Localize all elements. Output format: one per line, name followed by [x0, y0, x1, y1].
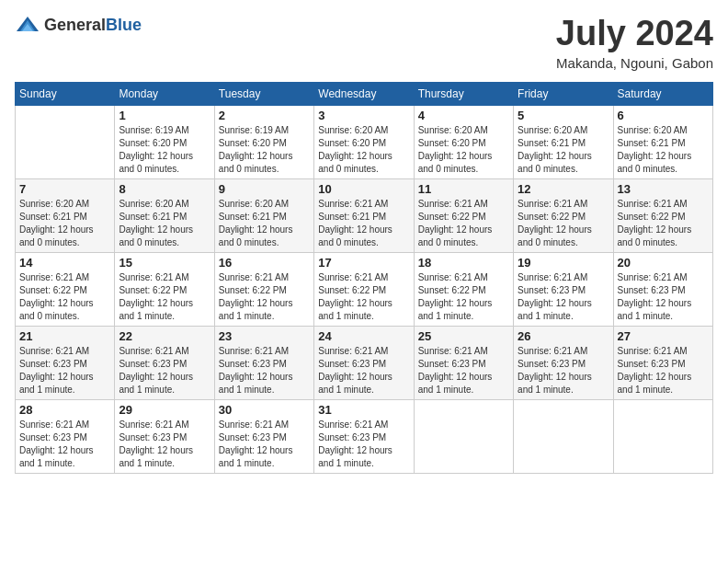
day-number: 14	[19, 256, 110, 270]
day-number: 6	[618, 109, 709, 122]
day-sun-info: Sunrise: 6:21 AMSunset: 6:22 PMDaylight:…	[618, 198, 709, 249]
month-year-title: July 2024	[556, 15, 713, 53]
day-number: 7	[19, 182, 110, 196]
day-sun-info: Sunrise: 6:20 AMSunset: 6:21 PMDaylight:…	[219, 198, 310, 249]
calendar-cell	[514, 399, 613, 473]
day-number: 3	[318, 109, 409, 122]
day-sun-info: Sunrise: 6:20 AMSunset: 6:21 PMDaylight:…	[518, 124, 609, 176]
day-number: 18	[418, 256, 509, 270]
calendar-cell: 26Sunrise: 6:21 AMSunset: 6:23 PMDayligh…	[514, 326, 613, 399]
day-sun-info: Sunrise: 6:21 AMSunset: 6:22 PMDaylight:…	[219, 271, 310, 323]
calendar-cell: 4Sunrise: 6:20 AMSunset: 6:20 PMDaylight…	[414, 105, 513, 178]
calendar-cell: 29Sunrise: 6:21 AMSunset: 6:23 PMDayligh…	[115, 399, 214, 473]
header-saturday: Saturday	[613, 82, 712, 105]
calendar-cell: 11Sunrise: 6:21 AMSunset: 6:22 PMDayligh…	[414, 178, 513, 252]
logo-icon	[15, 15, 40, 35]
day-sun-info: Sunrise: 6:20 AMSunset: 6:21 PMDaylight:…	[119, 198, 210, 249]
header-friday: Friday	[514, 82, 613, 105]
logo-blue: Blue	[106, 16, 142, 34]
calendar-cell	[613, 399, 712, 473]
day-number: 12	[518, 182, 609, 196]
calendar-cell: 3Sunrise: 6:20 AMSunset: 6:20 PMDaylight…	[314, 105, 414, 178]
day-number: 8	[119, 182, 210, 196]
day-number: 21	[19, 329, 110, 343]
day-number: 24	[318, 329, 409, 343]
calendar-cell: 2Sunrise: 6:19 AMSunset: 6:20 PMDaylight…	[214, 105, 313, 178]
calendar-cell: 6Sunrise: 6:20 AMSunset: 6:21 PMDaylight…	[613, 105, 712, 178]
day-number: 26	[518, 329, 609, 343]
calendar-cell: 25Sunrise: 6:21 AMSunset: 6:23 PMDayligh…	[414, 326, 513, 399]
day-sun-info: Sunrise: 6:21 AMSunset: 6:23 PMDaylight:…	[518, 271, 609, 323]
calendar-week-row: 1Sunrise: 6:19 AMSunset: 6:20 PMDaylight…	[16, 105, 713, 178]
calendar-cell: 17Sunrise: 6:21 AMSunset: 6:22 PMDayligh…	[314, 252, 414, 326]
day-number: 28	[19, 403, 110, 417]
calendar-cell: 1Sunrise: 6:19 AMSunset: 6:20 PMDaylight…	[115, 105, 214, 178]
calendar-cell: 18Sunrise: 6:21 AMSunset: 6:22 PMDayligh…	[414, 252, 513, 326]
title-block: July 2024 Makanda, Ngouni, Gabon	[556, 15, 713, 71]
day-sun-info: Sunrise: 6:21 AMSunset: 6:23 PMDaylight:…	[418, 345, 509, 396]
day-number: 16	[219, 256, 310, 270]
calendar-cell	[16, 105, 115, 178]
day-sun-info: Sunrise: 6:21 AMSunset: 6:22 PMDaylight:…	[418, 271, 509, 323]
header-wednesday: Wednesday	[314, 82, 414, 105]
day-sun-info: Sunrise: 6:21 AMSunset: 6:23 PMDaylight:…	[119, 345, 210, 396]
calendar-cell: 24Sunrise: 6:21 AMSunset: 6:23 PMDayligh…	[314, 326, 414, 399]
day-sun-info: Sunrise: 6:21 AMSunset: 6:23 PMDaylight:…	[219, 345, 310, 396]
day-number: 30	[219, 403, 310, 417]
header-sunday: Sunday	[16, 82, 115, 105]
logo-general: General	[44, 16, 106, 34]
day-number: 22	[119, 329, 210, 343]
calendar-cell: 27Sunrise: 6:21 AMSunset: 6:23 PMDayligh…	[613, 326, 712, 399]
day-sun-info: Sunrise: 6:20 AMSunset: 6:20 PMDaylight:…	[418, 124, 509, 176]
location-subtitle: Makanda, Ngouni, Gabon	[556, 55, 713, 71]
day-number: 27	[618, 329, 709, 343]
calendar-cell: 13Sunrise: 6:21 AMSunset: 6:22 PMDayligh…	[613, 178, 712, 252]
day-number: 4	[418, 109, 509, 122]
day-number: 29	[119, 403, 210, 417]
calendar-cell: 16Sunrise: 6:21 AMSunset: 6:22 PMDayligh…	[214, 252, 313, 326]
header-tuesday: Tuesday	[214, 82, 313, 105]
day-sun-info: Sunrise: 6:21 AMSunset: 6:21 PMDaylight:…	[318, 198, 409, 249]
day-sun-info: Sunrise: 6:21 AMSunset: 6:23 PMDaylight:…	[318, 345, 409, 396]
logo: GeneralBlue	[15, 15, 142, 35]
day-sun-info: Sunrise: 6:21 AMSunset: 6:23 PMDaylight:…	[318, 419, 409, 470]
day-sun-info: Sunrise: 6:21 AMSunset: 6:23 PMDaylight:…	[618, 345, 709, 396]
day-sun-info: Sunrise: 6:19 AMSunset: 6:20 PMDaylight:…	[119, 124, 210, 176]
header-monday: Monday	[115, 82, 214, 105]
calendar-cell: 14Sunrise: 6:21 AMSunset: 6:22 PMDayligh…	[16, 252, 115, 326]
day-sun-info: Sunrise: 6:21 AMSunset: 6:22 PMDaylight:…	[19, 271, 110, 323]
calendar-week-row: 21Sunrise: 6:21 AMSunset: 6:23 PMDayligh…	[16, 326, 713, 399]
day-number: 11	[418, 182, 509, 196]
calendar-cell: 22Sunrise: 6:21 AMSunset: 6:23 PMDayligh…	[115, 326, 214, 399]
day-number: 5	[518, 109, 609, 122]
day-sun-info: Sunrise: 6:21 AMSunset: 6:23 PMDaylight:…	[19, 419, 110, 470]
day-number: 15	[119, 256, 210, 270]
calendar-cell: 23Sunrise: 6:21 AMSunset: 6:23 PMDayligh…	[214, 326, 313, 399]
header-thursday: Thursday	[414, 82, 513, 105]
day-number: 10	[318, 182, 409, 196]
calendar-cell: 10Sunrise: 6:21 AMSunset: 6:21 PMDayligh…	[314, 178, 414, 252]
day-number: 17	[318, 256, 409, 270]
calendar-header-row: SundayMondayTuesdayWednesdayThursdayFrid…	[16, 82, 713, 105]
calendar-cell: 21Sunrise: 6:21 AMSunset: 6:23 PMDayligh…	[16, 326, 115, 399]
page-header: GeneralBlue July 2024 Makanda, Ngouni, G…	[15, 15, 713, 71]
day-number: 13	[618, 182, 709, 196]
day-sun-info: Sunrise: 6:21 AMSunset: 6:23 PMDaylight:…	[119, 419, 210, 470]
calendar-cell	[414, 399, 513, 473]
day-sun-info: Sunrise: 6:19 AMSunset: 6:20 PMDaylight:…	[219, 124, 310, 176]
calendar-cell: 20Sunrise: 6:21 AMSunset: 6:23 PMDayligh…	[613, 252, 712, 326]
calendar-week-row: 14Sunrise: 6:21 AMSunset: 6:22 PMDayligh…	[16, 252, 713, 326]
day-sun-info: Sunrise: 6:21 AMSunset: 6:23 PMDaylight:…	[219, 419, 310, 470]
calendar-cell: 30Sunrise: 6:21 AMSunset: 6:23 PMDayligh…	[214, 399, 313, 473]
day-sun-info: Sunrise: 6:21 AMSunset: 6:23 PMDaylight:…	[19, 345, 110, 396]
calendar-cell: 12Sunrise: 6:21 AMSunset: 6:22 PMDayligh…	[514, 178, 613, 252]
day-sun-info: Sunrise: 6:20 AMSunset: 6:21 PMDaylight:…	[618, 124, 709, 176]
calendar-cell: 9Sunrise: 6:20 AMSunset: 6:21 PMDaylight…	[214, 178, 313, 252]
calendar-week-row: 7Sunrise: 6:20 AMSunset: 6:21 PMDaylight…	[16, 178, 713, 252]
day-sun-info: Sunrise: 6:21 AMSunset: 6:23 PMDaylight:…	[518, 345, 609, 396]
day-number: 19	[518, 256, 609, 270]
calendar-cell: 8Sunrise: 6:20 AMSunset: 6:21 PMDaylight…	[115, 178, 214, 252]
day-sun-info: Sunrise: 6:21 AMSunset: 6:23 PMDaylight:…	[618, 271, 709, 323]
calendar-week-row: 28Sunrise: 6:21 AMSunset: 6:23 PMDayligh…	[16, 399, 713, 473]
day-number: 31	[318, 403, 409, 417]
